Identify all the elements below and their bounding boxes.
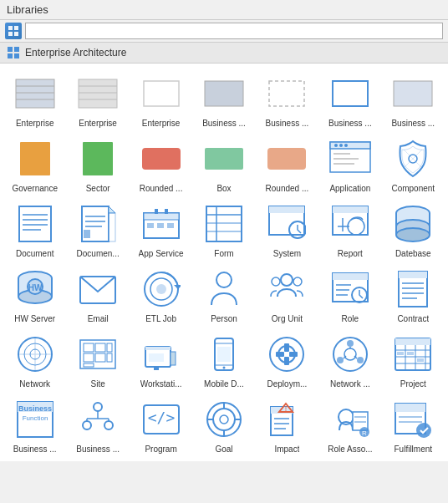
svg-rect-19 <box>333 81 368 106</box>
toolbar-icon[interactable] <box>5 23 22 39</box>
svg-marker-41 <box>109 206 115 213</box>
list-item[interactable]: Sector <box>66 132 129 197</box>
svg-rect-6 <box>8 53 13 58</box>
list-item[interactable]: Business Function Business ... <box>3 393 66 458</box>
list-item[interactable]: Enterprise <box>66 67 129 132</box>
svg-rect-128 <box>284 343 289 352</box>
list-item[interactable]: ! Impact <box>256 393 318 458</box>
svg-rect-1 <box>14 26 18 30</box>
svg-point-122 <box>222 367 225 369</box>
list-item[interactable]: Business ... <box>256 67 318 132</box>
list-item[interactable]: App Service <box>130 197 192 262</box>
list-item[interactable]: Enterprise <box>3 67 66 132</box>
svg-rect-3 <box>14 32 18 36</box>
list-item[interactable]: Business ... <box>318 67 381 132</box>
svg-rect-42 <box>109 213 115 241</box>
list-item[interactable]: R Role Asso... <box>318 393 381 458</box>
list-item[interactable]: Network ... <box>318 328 381 393</box>
svg-point-29 <box>339 144 343 147</box>
svg-point-28 <box>334 144 338 147</box>
svg-rect-7 <box>14 53 19 58</box>
list-item[interactable]: Fulfillment <box>382 393 445 458</box>
svg-rect-0 <box>8 26 13 30</box>
svg-point-131 <box>344 348 356 360</box>
list-item[interactable]: Rounded ... <box>130 132 192 197</box>
list-item[interactable]: Business ... <box>192 67 255 132</box>
list-item[interactable]: Email <box>66 262 129 328</box>
svg-rect-16 <box>144 81 179 106</box>
svg-rect-46 <box>84 230 90 238</box>
libraries-header: Libraries <box>0 0 448 20</box>
list-item[interactable]: Governance <box>3 132 66 197</box>
svg-rect-22 <box>83 142 113 175</box>
svg-text:R: R <box>362 429 367 437</box>
svg-rect-129 <box>284 357 289 365</box>
svg-rect-35 <box>19 206 51 241</box>
svg-rect-105 <box>80 340 115 368</box>
svg-rect-115 <box>149 353 164 362</box>
list-item[interactable]: Network <box>3 328 66 393</box>
list-item[interactable]: Contract <box>382 262 445 328</box>
list-item[interactable]: System <box>256 197 318 262</box>
svg-text:Business: Business <box>18 404 52 413</box>
svg-rect-97 <box>399 272 427 278</box>
svg-rect-114 <box>145 347 171 350</box>
svg-rect-126 <box>276 352 284 357</box>
section-title: Enterprise Architecture <box>25 47 126 58</box>
list-item[interactable]: Site <box>66 328 129 393</box>
svg-rect-148 <box>417 358 424 362</box>
list-item[interactable]: Datebase <box>382 197 445 262</box>
toolbar <box>0 20 448 43</box>
svg-point-124 <box>270 338 303 371</box>
search-input[interactable] <box>25 23 443 39</box>
list-item[interactable]: </> Program <box>130 393 192 458</box>
list-item[interactable]: Role <box>318 262 381 328</box>
list-item[interactable]: Rounded ... <box>256 132 318 197</box>
svg-text:</>: </> <box>147 409 175 426</box>
svg-rect-2 <box>8 32 13 36</box>
list-item[interactable]: Workstati... <box>130 328 192 393</box>
list-item[interactable]: Deploym... <box>256 328 318 393</box>
svg-text:Function: Function <box>22 414 48 422</box>
svg-rect-12 <box>79 79 117 108</box>
svg-rect-31 <box>333 153 350 155</box>
svg-rect-127 <box>289 352 298 357</box>
list-item[interactable]: Business ... <box>66 393 129 458</box>
svg-rect-17 <box>205 81 243 106</box>
svg-rect-53 <box>165 209 168 214</box>
section-header: Enterprise Architecture <box>0 43 448 64</box>
svg-rect-139 <box>395 338 430 345</box>
svg-rect-21 <box>20 142 50 175</box>
list-item[interactable]: Form <box>192 197 255 262</box>
svg-point-133 <box>357 357 364 363</box>
svg-rect-123 <box>217 347 231 362</box>
svg-point-132 <box>347 340 354 347</box>
list-item[interactable]: HW HW Server <box>3 262 66 328</box>
list-item[interactable]: Box <box>192 132 255 197</box>
list-item[interactable]: Org Unit <box>256 262 318 328</box>
svg-rect-25 <box>267 148 306 170</box>
svg-rect-48 <box>144 213 179 220</box>
list-item[interactable]: Report <box>318 197 381 262</box>
list-item[interactable]: Business ... <box>382 67 445 132</box>
list-item[interactable]: ETL Job <box>130 262 192 328</box>
svg-point-86 <box>216 272 232 287</box>
list-item[interactable]: Project <box>382 328 445 393</box>
svg-rect-147 <box>407 352 414 355</box>
svg-point-30 <box>344 144 348 147</box>
svg-rect-33 <box>333 163 354 165</box>
list-item[interactable]: Goal <box>192 393 255 458</box>
svg-rect-50 <box>157 223 164 228</box>
list-item[interactable]: Document <box>3 197 66 262</box>
icon-grid: Enterprise Enterprise Enterprise Busines… <box>0 64 448 461</box>
svg-rect-24 <box>205 148 243 170</box>
list-item[interactable]: Application <box>318 132 381 197</box>
list-item[interactable]: Component <box>382 132 445 197</box>
list-item[interactable]: Person <box>192 262 255 328</box>
svg-point-88 <box>272 277 280 286</box>
list-item[interactable]: Mobile D... <box>192 328 255 393</box>
list-item[interactable]: Enterprise <box>130 67 192 132</box>
svg-rect-60 <box>269 206 304 213</box>
list-item[interactable]: Documen... <box>66 197 129 262</box>
svg-point-155 <box>104 421 113 429</box>
